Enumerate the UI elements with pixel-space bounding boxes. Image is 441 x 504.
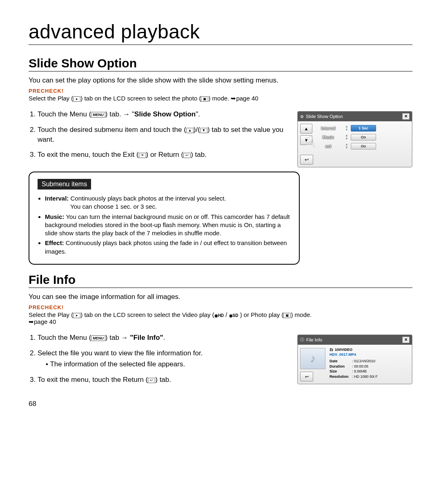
close-icon[interactable]: ✕: [402, 113, 410, 120]
precheck-text: Select the Play (▸) tab on the LCD scree…: [29, 95, 412, 102]
precheck-text-fi: Select the Play (▸) tab on the LCD scree…: [29, 311, 412, 326]
lcd-title: Slide Show Option: [306, 114, 343, 119]
section-title-slideshow: Slide Show Option: [29, 56, 412, 71]
return-icon: ↩: [183, 153, 191, 158]
sd-icon: ◉SD: [229, 313, 238, 318]
slideshow-steps: Touch the Menu (MENU) tab. → "Slide Show…: [29, 109, 289, 160]
play-icon: ▸: [73, 313, 80, 318]
up-icon: ▲: [186, 128, 194, 133]
chapter-title: advanced playback: [29, 20, 412, 45]
down-icon: ▼: [200, 128, 207, 133]
lcd-item-music[interactable]: Music: [314, 135, 343, 140]
lcd-up-button[interactable]: ▲: [300, 124, 312, 134]
photo-icon: ▣: [283, 313, 291, 318]
hd-icon: ◉HD: [214, 313, 224, 318]
page-number: 68: [29, 400, 412, 408]
lcd-item-effect[interactable]: ect: [314, 144, 343, 149]
lcd-value-interval[interactable]: 1 Sec: [351, 125, 376, 132]
precheck-label-fi: PRECHECK!: [29, 304, 412, 310]
submenu-title: Submenu items: [38, 179, 91, 190]
lcd-slideshow-option: ⚙ Slide Show Option ✕ ▲ ▼ Interval ▲▼ 1 …: [297, 111, 412, 167]
submenu-callout: Submenu items Interval: Continuously pla…: [29, 172, 300, 265]
folder-name: 100VIDEO: [335, 347, 352, 352]
info-icon: ⓘ: [300, 337, 304, 343]
file-name: HDV_0017.MP4: [330, 352, 410, 357]
close-icon[interactable]: ✕: [402, 337, 410, 343]
return-icon: ↩: [148, 378, 155, 383]
slideshow-intro: You can set the play options for the sli…: [29, 76, 412, 85]
menu-icon: MENU: [91, 112, 105, 118]
lcd-title-fi: File Info: [306, 337, 322, 342]
gear-icon: ⚙: [300, 114, 304, 119]
lcd-file-info: ⓘ File Info ✕ ♪ ↩ 🗀 100VIDEO HDV_0017.MP…: [297, 335, 412, 384]
lcd-return-button[interactable]: ↩: [300, 372, 313, 381]
play-icon: ▸: [73, 96, 80, 102]
exit-icon: ✕: [139, 153, 146, 158]
lcd-down-button[interactable]: ▼: [300, 135, 312, 145]
precheck-label: PRECHECK!: [29, 88, 412, 94]
lcd-value-effect[interactable]: On: [351, 143, 376, 149]
lcd-value-music[interactable]: On: [351, 134, 376, 140]
file-thumbnail: ♪: [300, 348, 325, 369]
fileinfo-steps: Touch the Menu (MENU) tab → "File Info".…: [29, 333, 289, 385]
lcd-return-button[interactable]: ↩: [300, 155, 313, 165]
section-title-fileinfo: File Info: [29, 273, 412, 288]
fileinfo-intro: You can see the image information for al…: [29, 293, 412, 301]
folder-icon: 🗀: [330, 347, 333, 352]
photo-icon: ▣: [201, 96, 208, 102]
lcd-item-interval[interactable]: Interval: [314, 126, 343, 131]
menu-icon: MENU: [91, 335, 105, 341]
